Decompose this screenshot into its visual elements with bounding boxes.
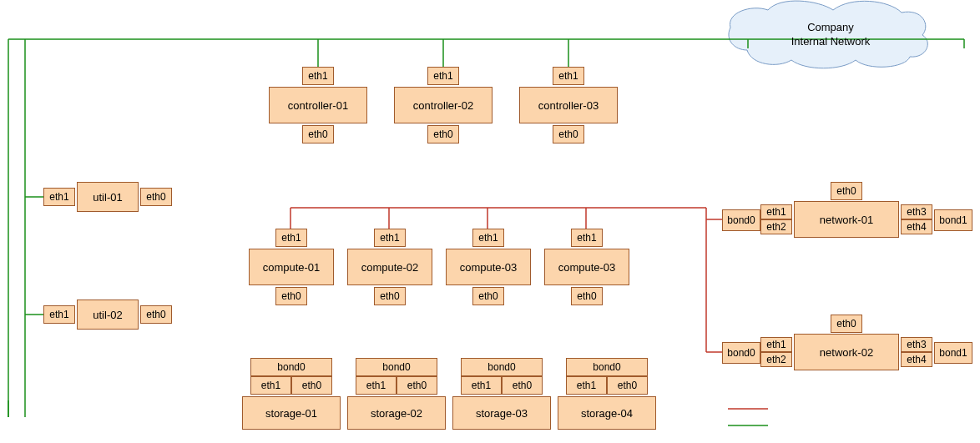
compute-03-eth0-port: eth0 (472, 287, 504, 305)
util-01-node: util-01 (77, 182, 139, 212)
cloud-company-internal-network: Company Internal Network (760, 21, 902, 49)
cloud-line2: Internal Network (791, 35, 871, 48)
storage-01-bond0-port: bond0 (250, 358, 332, 376)
controller-01-eth1-port: eth1 (302, 67, 334, 85)
network-02-eth0-port: eth0 (831, 315, 862, 333)
storage-02-eth1-port: eth1 (356, 376, 397, 395)
controller-02-eth0-port: eth0 (427, 125, 459, 143)
compute-02-eth1-port: eth1 (374, 229, 406, 247)
network-02-eth1-port: eth1 (760, 337, 792, 352)
compute-01-eth1-port: eth1 (275, 229, 307, 247)
compute-01-node: compute-01 (249, 249, 334, 285)
network-01-eth3-port: eth3 (901, 204, 932, 219)
network-01-eth2-port: eth2 (760, 219, 792, 234)
network-02-node: network-02 (794, 334, 899, 370)
storage-01-eth1-port: eth1 (250, 376, 291, 395)
storage-02-eth0-port: eth0 (397, 376, 437, 395)
compute-03-node: compute-03 (446, 249, 531, 285)
compute-04-eth1-port: eth1 (571, 229, 603, 247)
network-01-node: network-01 (794, 201, 899, 238)
storage-01-node: storage-01 (242, 396, 341, 430)
util-02-eth0-port: eth0 (140, 305, 172, 324)
storage-01-eth0-port: eth0 (291, 376, 332, 395)
storage-03-bond0-port: bond0 (461, 358, 543, 376)
controller-03-eth0-port: eth0 (553, 125, 584, 143)
compute-01-eth0-port: eth0 (275, 287, 307, 305)
controller-03-eth1-port: eth1 (553, 67, 584, 85)
util-01-eth0-port: eth0 (140, 188, 172, 206)
storage-02-bond0-port: bond0 (356, 358, 437, 376)
storage-04-eth1-port: eth1 (566, 376, 607, 395)
network-01-eth4-port: eth4 (901, 219, 932, 234)
controller-01-node: controller-01 (269, 87, 367, 123)
network-02-eth3-port: eth3 (901, 337, 932, 352)
compute-03-eth1-port: eth1 (472, 229, 504, 247)
util-02-node: util-02 (77, 300, 139, 330)
network-02-eth2-port: eth2 (760, 352, 792, 367)
storage-04-node: storage-04 (558, 396, 656, 430)
storage-04-eth0-port: eth0 (607, 376, 648, 395)
network-02-bond1-port: bond1 (934, 342, 972, 364)
network-01-eth0-port: eth0 (831, 182, 862, 200)
network-01-bond1-port: bond1 (934, 209, 972, 231)
compute-02-eth0-port: eth0 (374, 287, 406, 305)
controller-02-node: controller-02 (394, 87, 493, 123)
network-02-eth4-port: eth4 (901, 352, 932, 367)
diagram-canvas: { "cloud": {"line1": "Company", "line2":… (0, 0, 980, 443)
cloud-line1: Company (807, 21, 854, 33)
controller-03-node: controller-03 (519, 87, 618, 123)
network-01-bond0-port: bond0 (722, 209, 760, 231)
network-02-bond0-port: bond0 (722, 342, 760, 364)
util-02-eth1-port: eth1 (43, 305, 75, 324)
controller-01-eth0-port: eth0 (302, 125, 334, 143)
compute-04-node: compute-03 (544, 249, 629, 285)
compute-04-eth0-port: eth0 (571, 287, 603, 305)
storage-03-eth0-port: eth0 (502, 376, 543, 395)
network-01-eth1-port: eth1 (760, 204, 792, 219)
storage-03-node: storage-03 (452, 396, 551, 430)
compute-02-node: compute-02 (347, 249, 432, 285)
storage-02-node: storage-02 (347, 396, 446, 430)
controller-02-eth1-port: eth1 (427, 67, 459, 85)
storage-03-eth1-port: eth1 (461, 376, 502, 395)
util-01-eth1-port: eth1 (43, 188, 75, 206)
storage-04-bond0-port: bond0 (566, 358, 648, 376)
